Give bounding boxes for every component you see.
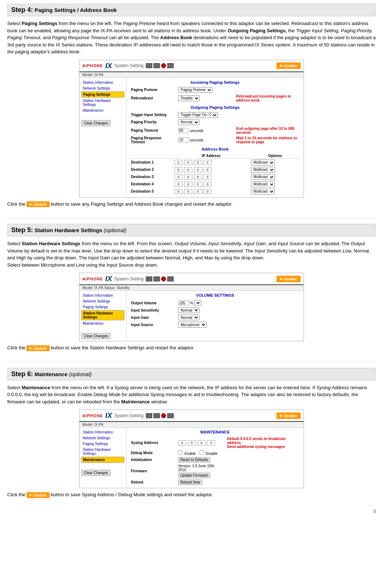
sidebar-item-hardware-2[interactable]: Station Hardware Settings — [81, 310, 124, 320]
dest4-ip4[interactable] — [203, 182, 211, 187]
dest3-ip2[interactable] — [184, 174, 192, 180]
clear-changes-btn-3[interactable]: Clear Changes — [81, 470, 111, 476]
reset-defaults-btn[interactable]: Reset to Defaults — [178, 457, 210, 462]
update-button-2[interactable]: Update — [276, 276, 301, 282]
aph-logo-3: AIPHONE IX System Setting — [82, 411, 174, 420]
dest5-ip[interactable]: . . . — [173, 188, 250, 195]
debug-enable-radio[interactable] — [178, 450, 183, 455]
dest4-ip1[interactable] — [174, 182, 182, 187]
sidebar-item-network-1[interactable]: Network Settings — [81, 86, 124, 91]
input-gain-select[interactable]: Normal — [178, 314, 199, 320]
output-vol-select[interactable] — [194, 300, 201, 306]
dest3-options-select[interactable]: Multicast — [251, 174, 275, 180]
debug-disable-radio[interactable] — [199, 450, 204, 455]
init-input[interactable]: Reset to Defaults — [177, 456, 226, 463]
dest1-options-select[interactable]: Multicast — [251, 160, 275, 165]
dest2-ip3[interactable] — [194, 167, 202, 172]
content-3: MAINTENANCE Syslog Address . . . — [127, 428, 304, 488]
sidebar-item-station-info-1[interactable]: Station Information — [81, 80, 124, 85]
sidebar-item-hardware-3[interactable]: Station Hardware Settings — [81, 447, 124, 456]
dest4-options-select[interactable]: Multicast — [251, 181, 275, 187]
dest3-ip4[interactable] — [203, 174, 211, 180]
output-vol-input[interactable]: % — [177, 299, 301, 307]
sidebar-item-paging-3[interactable]: Paging Settings — [81, 441, 124, 447]
response-input[interactable]: seconds — [177, 135, 235, 145]
response-unit: seconds — [190, 138, 203, 142]
paging-pretone-row: Paging Pretone Paging Pretone — [129, 86, 301, 94]
dest1-ip4[interactable] — [203, 160, 211, 165]
input-sens-select[interactable]: Normal — [178, 307, 199, 313]
sidebar-item-maint-1[interactable]: Maintenance — [81, 108, 124, 113]
sidebar-item-hardware-1[interactable]: Station Hardware Settings — [81, 98, 124, 107]
reboot-now-btn[interactable]: Reboot Now — [178, 480, 202, 485]
dest1-ip1[interactable] — [174, 160, 182, 165]
input-sens-input[interactable]: Normal — [177, 307, 301, 314]
addr-col-options: Options — [250, 153, 301, 159]
rebroadcast-input[interactable]: Disable — [177, 94, 235, 103]
step5-title: Station Hardware Settings — [34, 227, 102, 233]
sidebar-item-paging-1[interactable]: Paging Settings — [81, 91, 124, 98]
dest2-options[interactable]: Multicast — [250, 166, 301, 173]
dest1-ip[interactable]: . . . — [173, 159, 250, 166]
dest5-ip-group: . . . — [174, 189, 248, 194]
syslog-ip-input[interactable]: . . . — [177, 436, 226, 449]
output-vol-field[interactable] — [178, 300, 189, 305]
priority-input[interactable]: Normal — [177, 119, 235, 126]
clear-changes-btn-1[interactable]: Clear Changes — [81, 120, 111, 126]
debug-input[interactable]: Enable Disable — [177, 449, 226, 456]
dest5-ip4[interactable] — [203, 189, 211, 194]
clear-changes-btn-2[interactable]: Clear Changes — [81, 333, 111, 339]
input-gain-input[interactable]: Normal — [177, 314, 301, 321]
syslog-ip4[interactable] — [207, 440, 215, 445]
dest5-options[interactable]: Multicast — [250, 188, 301, 195]
input-source-select[interactable]: Microphone — [178, 322, 207, 328]
dest5-ip3[interactable] — [194, 189, 202, 194]
priority-select[interactable]: Normal — [178, 119, 199, 125]
sidebar-item-maint-2[interactable]: Maintenance — [81, 321, 124, 326]
syslog-ip3[interactable] — [198, 440, 206, 445]
update-button-3[interactable]: Update — [276, 412, 301, 419]
dest2-ip[interactable]: . . . — [173, 166, 250, 173]
dest3-options[interactable]: Multicast — [250, 173, 301, 181]
sidebar-item-station-info-2[interactable]: Station Information — [81, 293, 124, 298]
vol-title: VOLUME SETTINGS — [129, 293, 301, 297]
rebroadcast-select[interactable]: Disable — [178, 95, 200, 101]
sidebar-item-network-2[interactable]: Network Settings — [81, 299, 124, 304]
dest4-ip3[interactable] — [194, 182, 202, 187]
rebroadcast-row: Rebroadcast Disable Rebroadcast incoming… — [129, 94, 301, 103]
timeout-input[interactable]: seconds — [177, 126, 235, 135]
trigger-input[interactable]: Toggle Page On / Off — [177, 111, 235, 119]
input-source-input[interactable]: Microphone — [177, 321, 301, 328]
dest4-ip2[interactable] — [184, 182, 192, 187]
sidebar-item-paging-2[interactable]: Paging Settings — [81, 304, 124, 310]
update-firmware-btn[interactable]: Update Firmware — [178, 473, 210, 478]
dest5-ip1[interactable] — [174, 189, 182, 194]
dest3-ip3[interactable] — [194, 174, 202, 180]
dest1-ip3[interactable] — [194, 160, 202, 165]
dest2-ip4[interactable] — [203, 167, 211, 172]
timeout-field[interactable] — [178, 128, 189, 133]
dest4-options[interactable]: Multicast — [250, 181, 301, 188]
dest4-ip[interactable]: . . . — [173, 181, 250, 188]
dest2-ip2[interactable] — [184, 167, 192, 172]
reboot-input[interactable]: Reboot Now — [177, 479, 226, 486]
dest3-ip1[interactable] — [174, 174, 182, 180]
paging-pretone-input[interactable]: Paging Pretone — [177, 86, 235, 94]
sidebar-item-network-3[interactable]: Network Settings — [81, 435, 124, 441]
dest3-ip[interactable]: . . . — [173, 173, 250, 181]
dest5-options-select[interactable]: Multicast — [251, 189, 275, 194]
syslog-ip1[interactable] — [178, 440, 186, 445]
dest5-ip2[interactable] — [184, 189, 192, 194]
dest2-options-select[interactable]: Multicast — [251, 167, 275, 173]
paging-pretone-select[interactable]: Paging Pretone — [178, 87, 213, 93]
aph-header-2: AIPHONE IX System Setting Update — [79, 273, 304, 285]
dest1-options[interactable]: Multicast — [250, 159, 301, 166]
dest2-ip1[interactable] — [174, 167, 182, 172]
trigger-select[interactable]: Toggle Page On / Off — [178, 112, 218, 118]
sidebar-item-station-info-3[interactable]: Station Information — [81, 429, 124, 435]
syslog-ip2[interactable] — [188, 440, 196, 445]
update-button-1[interactable]: Update — [276, 62, 301, 69]
dest1-ip2[interactable] — [184, 160, 192, 165]
sidebar-item-maint-3[interactable]: Maintenance — [81, 457, 124, 463]
response-field[interactable] — [178, 137, 189, 143]
